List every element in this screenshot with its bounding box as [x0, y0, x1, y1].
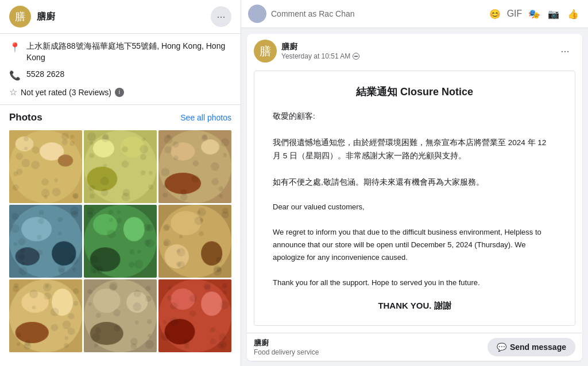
- info-circle-icon[interactable]: i: [115, 88, 124, 97]
- send-message-button[interactable]: 💬 Send message: [488, 338, 575, 356]
- rating-text: Not yet rated (3 Reviews): [21, 88, 111, 97]
- photo-cell[interactable]: [9, 130, 82, 203]
- post-footer: 膳廚 Food delivery service 💬 Send message: [247, 333, 582, 361]
- closure-chinese-greeting: 敬愛的顧客:: [273, 110, 556, 123]
- post-card-header: 膳 膳廚 Yesterday at 10:51 AM ···: [247, 34, 582, 68]
- phone-icon: 📞: [9, 69, 21, 81]
- see-all-photos-link[interactable]: See all photos: [180, 113, 231, 122]
- closure-english-text: Dear our valued customers, We regret to …: [273, 201, 556, 290]
- address-text: 上水新成路88號海福華庭地下55號鋪, Hong Kong, Hong Kong: [26, 41, 231, 63]
- phone-row: 📞 5528 2628: [9, 69, 231, 81]
- header-more-button[interactable]: ···: [211, 6, 231, 27]
- post-time: Yesterday at 10:51 AM: [281, 52, 550, 60]
- page-header: 膳 膳廚 ···: [0, 0, 241, 34]
- closure-english-greeting: Dear our valued customers,: [273, 201, 556, 213]
- post-author-name: 膳廚: [281, 42, 550, 52]
- phone-text: 5528 2628: [26, 69, 64, 80]
- photos-section: Photos See all photos: [0, 105, 241, 366]
- comment-toolbar-icons: 😊 GIF 🎭 📷 👍: [487, 6, 581, 22]
- page-logo-avatar: 膳: [9, 6, 31, 28]
- right-panel: Comment as Rac Chan 😊 GIF 🎭 📷 👍 膳 膳廚 Yes…: [241, 0, 588, 366]
- closure-thankyou: THANK YOU. 謝謝: [273, 301, 556, 312]
- rating-row: ☆ Not yet rated (3 Reviews) i: [9, 87, 231, 98]
- star-icon: ☆: [9, 87, 17, 98]
- photos-header: Photos See all photos: [9, 112, 231, 123]
- photo-cell[interactable]: [9, 205, 82, 278]
- sticker-icon-btn[interactable]: 🎭: [526, 6, 542, 22]
- footer-page-info: 膳廚 Food delivery service: [254, 338, 319, 356]
- post-meta: 膳廚 Yesterday at 10:51 AM: [281, 42, 550, 60]
- post-content: 結業通知 Closure Notice 敬愛的顧客: 我們很遺憾地通知您，由於經…: [247, 71, 582, 333]
- photo-cell[interactable]: [158, 130, 231, 203]
- comment-input-placeholder[interactable]: Comment as Rac Chan: [271, 9, 482, 18]
- photo-grid: [9, 130, 231, 352]
- post-more-button[interactable]: ···: [555, 41, 575, 61]
- gif-icon-btn[interactable]: GIF: [506, 6, 523, 22]
- photo-cell[interactable]: [84, 279, 157, 352]
- closure-chinese-text: 敬愛的顧客: 我們很遺憾地通知您，由於經營環境困難，無奈宣布本店將營業至 202…: [273, 110, 556, 189]
- closure-english-end: Thank you for all the support. Hope to s…: [273, 277, 556, 289]
- post-card: 膳 膳廚 Yesterday at 10:51 AM ··· 結業通知 Clos…: [247, 34, 582, 361]
- info-section: 📍 上水新成路88號海福華庭地下55號鋪, Hong Kong, Hong Ko…: [0, 34, 241, 105]
- location-icon: 📍: [9, 41, 21, 53]
- post-avatar-char: 膳: [260, 44, 271, 59]
- commenter-avatar: [248, 5, 266, 23]
- photo-cell[interactable]: [84, 130, 157, 203]
- closure-notice-box: 結業通知 Closure Notice 敬愛的顧客: 我們很遺憾地通知您，由於經…: [254, 71, 575, 326]
- closure-chinese-end: 如有不便之處,敬請包涵。期待未來還有機會再為大家服務。: [273, 176, 556, 189]
- footer-page-name: 膳廚: [254, 338, 319, 348]
- photo-cell[interactable]: [158, 279, 231, 352]
- photo-cell[interactable]: [84, 205, 157, 278]
- closure-notice-title: 結業通知 Closure Notice: [273, 85, 556, 99]
- address-row: 📍 上水新成路88號海福華庭地下55號鋪, Hong Kong, Hong Ko…: [9, 41, 231, 63]
- closure-english-body: We regret to inform you that due to the …: [273, 226, 556, 264]
- photo-icon-btn[interactable]: 📷: [546, 6, 562, 22]
- page-logo-char: 膳: [15, 10, 25, 24]
- comment-input-bar: Comment as Rac Chan 😊 GIF 🎭 📷 👍: [241, 0, 588, 28]
- reaction-icon-btn[interactable]: 👍: [565, 6, 581, 22]
- photo-cell[interactable]: [9, 279, 82, 352]
- page-name: 膳廚: [37, 11, 211, 23]
- send-message-label: Send message: [510, 342, 566, 352]
- post-author-avatar: 膳: [254, 40, 277, 63]
- globe-icon: [353, 53, 359, 60]
- footer-page-type: Food delivery service: [254, 348, 319, 356]
- photo-cell[interactable]: [158, 205, 231, 278]
- photos-title: Photos: [9, 112, 42, 123]
- left-panel: 膳 膳廚 ··· 📍 上水新成路88號海福華庭地下55號鋪, Hong Kong…: [0, 0, 241, 366]
- messenger-icon: 💬: [497, 342, 506, 352]
- emoji-icon-btn[interactable]: 😊: [487, 6, 503, 22]
- closure-chinese-body: 我們很遺憾地通知您，由於經營環境困難，無奈宣布本店將營業至 2024 年 12 …: [273, 137, 556, 163]
